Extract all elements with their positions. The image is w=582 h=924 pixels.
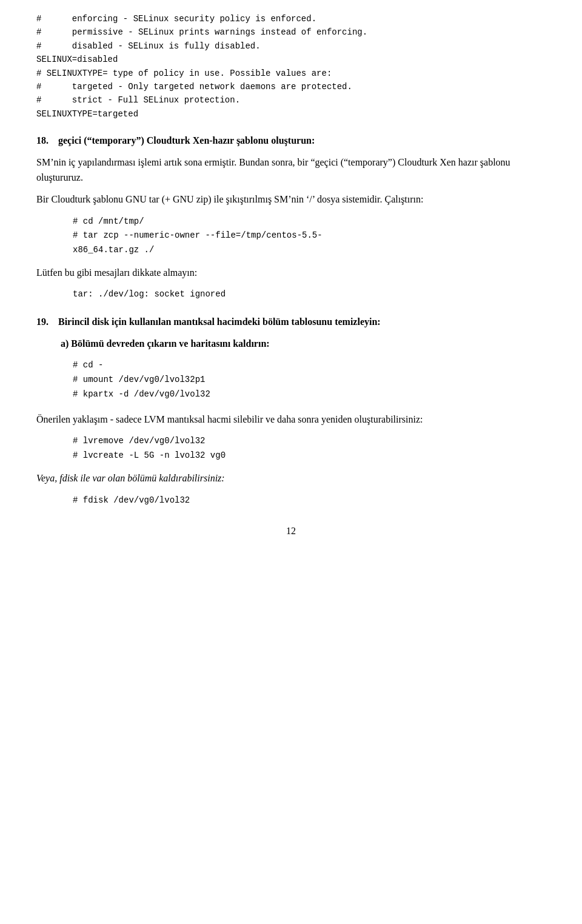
section-18-header: 18. geçici (“temporary”) Cloudturk Xen-h…	[36, 133, 546, 149]
veya-text: Veya, fdisk ile var olan bölümü kaldırab…	[36, 470, 546, 486]
fdisk-code: # fdisk /dev/vg0/lvol32	[73, 494, 546, 508]
sub-a-code: # cd - # umount /dev/vg0/lvol32p1 # kpar…	[73, 358, 546, 401]
lvm-code: # lvremove /dev/vg0/lvol32 # lvcreate -L…	[73, 434, 546, 463]
top-code-block: # enforcing - SELinux security policy is…	[36, 12, 546, 121]
section-18-code2: tar: ./dev/log: socket ignored	[73, 287, 546, 302]
section-18: 18. geçici (“temporary”) Cloudturk Xen-h…	[36, 133, 546, 302]
section-18-number: 18.	[36, 135, 48, 146]
section-19: 19. Birincil disk için kullanılan mantık…	[36, 314, 546, 507]
section-18-para2: Bir Cloudturk şablonu GNU tar (+ GNU zip…	[36, 192, 546, 207]
page-number: 12	[36, 526, 546, 537]
ignore-label: Lütfen bu gibi mesajları dikkate almayın…	[36, 265, 546, 281]
sub-a-label: a) Bölümü devreden çıkarın ve haritasını…	[61, 336, 546, 352]
section-19-title: Birincil disk için kullanılan mantıksal …	[58, 316, 381, 327]
onerilen-para: Önerilen yaklaşım - sadece LVM mantıksal…	[36, 412, 546, 427]
section-18-title: geçici (“temporary”) Cloudturk Xen-hazır…	[58, 135, 315, 146]
section-19-header: 19. Birincil disk için kullanılan mantık…	[36, 314, 546, 330]
section-18-code1: # cd /mnt/tmp/ # tar zcp --numeric-owner…	[73, 215, 546, 258]
top-code-text: # enforcing - SELinux security policy is…	[36, 12, 546, 121]
section-19-number: 19.	[36, 316, 48, 327]
section-18-para1: SM’nin iç yapılandırması işlemi artık so…	[36, 155, 546, 186]
page-number-value: 12	[286, 526, 296, 536]
section-19-sub-a: a) Bölümü devreden çıkarın ve haritasını…	[36, 336, 546, 402]
